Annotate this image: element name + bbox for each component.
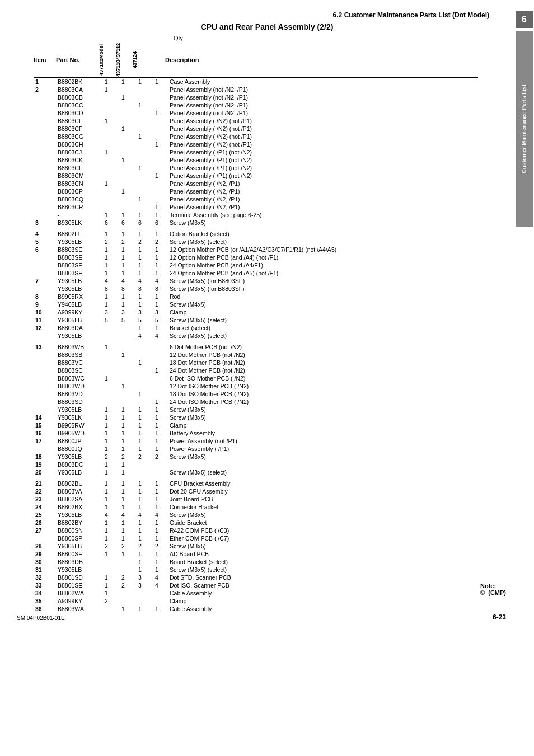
cell-part: Y9305LB xyxy=(56,285,98,293)
cell-part: B9305LK xyxy=(56,219,98,227)
cell-item xyxy=(34,164,56,172)
col-header-item: Item xyxy=(34,43,56,78)
cell-qty3 xyxy=(132,125,148,133)
cell-qty3: 1 xyxy=(132,421,148,429)
cell-item: 2 xyxy=(34,86,56,93)
cell-qty2 xyxy=(115,566,132,574)
cell-qty1: 1 xyxy=(98,437,115,445)
table-row: 26B8802BY1111Guide Bracket xyxy=(34,519,478,527)
cell-part: B8801SE xyxy=(56,581,98,589)
table-row: B8803SD124 Dot ISO Mother PCB ( /N2) xyxy=(34,398,478,406)
cell-qty2 xyxy=(115,390,132,398)
table-row: 12B8803DA11Bracket (select) xyxy=(34,324,478,332)
cell-description: Case Assembly xyxy=(165,78,478,86)
table-row: 10A9099KY3333Clamp xyxy=(34,308,478,316)
cell-qty3: 1 xyxy=(132,293,148,300)
cell-qty3: 1 xyxy=(132,390,148,398)
cell-qty3: 3 xyxy=(132,581,148,589)
cell-description: Panel Assembly (not /N2, /P1) xyxy=(165,93,478,101)
cell-description: 24 Dot ISO Mother PCB ( /N2) xyxy=(165,398,478,406)
cell-qty3: 1 xyxy=(132,324,148,332)
cell-qty1 xyxy=(98,172,115,180)
cell-qty3: 1 xyxy=(132,605,148,613)
cell-qty1 xyxy=(98,133,115,140)
cell-qty3: 1 xyxy=(132,230,148,238)
cell-qty4: 4 xyxy=(148,511,165,519)
cell-description: Panel Assembly ( /P1) (not /N2) xyxy=(165,148,478,156)
cell-part: Y9305LB xyxy=(56,566,98,574)
table-row: 19B8803DC11 xyxy=(34,461,478,468)
cell-qty4: 6 xyxy=(148,219,165,227)
cell-qty2: 1 xyxy=(115,503,132,511)
cell-part: Y9305LK xyxy=(56,414,98,421)
cell-qty3: 1 xyxy=(132,133,148,140)
table-row: 31Y9305LB11Screw (M3x5) (select) xyxy=(34,566,478,574)
table-row: B8803CP1Panel Assembly ( /N2, /P1) xyxy=(34,187,478,195)
cell-qty2: 1 xyxy=(115,351,132,359)
cell-item xyxy=(34,101,56,109)
cell-description xyxy=(165,461,478,468)
cell-description: Dot ISO. Scanner PCB xyxy=(165,581,478,589)
side-label: Customer Maintenance Parts List xyxy=(516,31,533,227)
cell-qty4: 1 xyxy=(148,429,165,437)
table-row: 30B8803DB11Board Bracket (select) xyxy=(34,558,478,566)
cell-item: 4 xyxy=(34,230,56,238)
cell-description: Panel Assembly ( /N2, /P1) xyxy=(165,203,478,211)
cell-qty4: 1 xyxy=(148,480,165,487)
cell-item: 25 xyxy=(34,511,56,519)
cell-qty1: 2 xyxy=(98,453,115,461)
cell-item: 30 xyxy=(34,558,56,566)
cell-part: B8803CH xyxy=(56,140,98,148)
cell-qty4: 1 xyxy=(148,566,165,574)
cell-qty3: 1 xyxy=(132,359,148,367)
cell-qty1: 2 xyxy=(98,238,115,246)
cell-part: B8803DA xyxy=(56,324,98,332)
cell-description: Panel Assembly (not /N2, /P1) xyxy=(165,101,478,109)
cell-item xyxy=(34,406,56,414)
cell-qty1 xyxy=(98,359,115,367)
cell-qty1: 1 xyxy=(98,581,115,589)
cell-qty3: 1 xyxy=(132,269,148,277)
cell-qty3: 1 xyxy=(132,101,148,109)
cell-qty2: 1 xyxy=(115,156,132,164)
cell-description: Screw (M3x5) xyxy=(165,219,478,227)
cell-item: 11 xyxy=(34,316,56,324)
cell-qty4: 1 xyxy=(148,421,165,429)
cell-qty4: 1 xyxy=(148,550,165,558)
cell-part: B8803CK xyxy=(56,156,98,164)
cell-qty2: 1 xyxy=(115,187,132,195)
cell-description: Panel Assembly ( /N2) (not /P1) xyxy=(165,133,478,140)
cell-part: B8803CB xyxy=(56,93,98,101)
cell-qty1: 1 xyxy=(98,180,115,187)
cell-qty1: 1 xyxy=(98,230,115,238)
cell-qty3 xyxy=(132,117,148,125)
cell-qty3: 1 xyxy=(132,503,148,511)
cell-qty2: 1 xyxy=(115,382,132,390)
cell-part: B8802WA xyxy=(56,589,98,597)
cell-qty1 xyxy=(98,566,115,574)
cell-description: Screw (M3x5) xyxy=(165,453,478,461)
cell-item xyxy=(34,359,56,367)
cell-qty2: 1 xyxy=(115,445,132,453)
table-row: B8803WD112 Dot ISO Mother PCB ( /N2) xyxy=(34,382,478,390)
cell-description: Screw (M3x5) (select) xyxy=(165,566,478,574)
cell-item: 15 xyxy=(34,421,56,429)
cell-qty2: 2 xyxy=(115,542,132,550)
cell-qty4: 1 xyxy=(148,398,165,406)
table-row: B8803CG1Panel Assembly ( /N2) (not /P1) xyxy=(34,133,478,140)
cell-description: Screw (M3x5) xyxy=(165,542,478,550)
cell-item: 21 xyxy=(34,480,56,487)
cell-part: B8803VA xyxy=(56,487,98,495)
cell-item xyxy=(34,93,56,101)
cell-qty1: 1 xyxy=(98,148,115,156)
cell-qty1: 2 xyxy=(98,597,115,605)
cell-qty3 xyxy=(132,597,148,605)
cell-description: AD Board PCB xyxy=(165,550,478,558)
cell-qty4: 1 xyxy=(148,367,165,374)
cell-qty2 xyxy=(115,359,132,367)
cell-qty3: 1 xyxy=(132,487,148,495)
cell-qty4: 1 xyxy=(148,172,165,180)
cell-qty3 xyxy=(132,374,148,382)
cell-qty2 xyxy=(115,172,132,180)
cell-qty3: 1 xyxy=(132,211,148,219)
